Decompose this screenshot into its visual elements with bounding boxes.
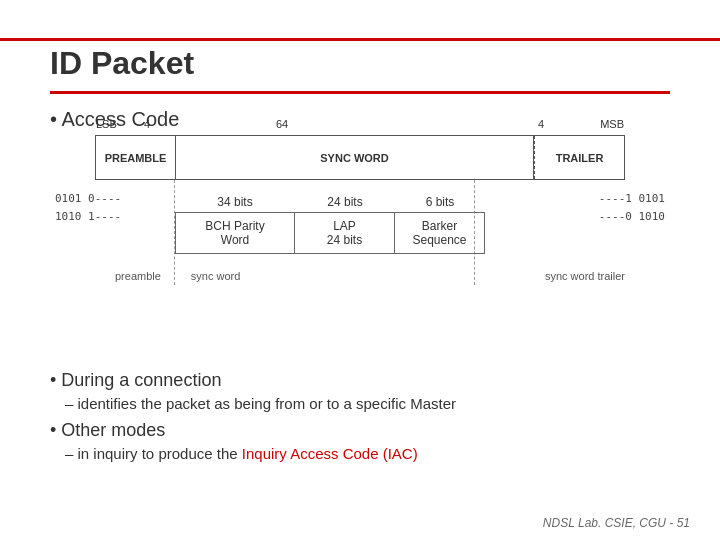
left-bit-patterns: 0101 0---- 1010 1----	[55, 190, 121, 226]
left-pattern-1: 0101 0----	[55, 190, 121, 208]
other-modes-desc: – in inquiry to produce the Inquiry Acce…	[65, 445, 418, 462]
trailer-segment: TRAILER	[534, 136, 624, 179]
inner-cells-row: BCH ParityWord LAP24 bits BarkerSequence	[175, 212, 485, 254]
right-pattern-2: ----0 1010	[599, 208, 665, 226]
packet-outer-box: LSB 4 64 4 MSB PREAMBLE SYNC WORD TRAILE…	[95, 135, 625, 180]
bits-24-label: 24 bits	[295, 195, 395, 209]
lsb-label: LSB	[96, 118, 117, 130]
left-pattern-2: 1010 1----	[55, 208, 121, 226]
top-decorative-line	[0, 38, 720, 41]
bits-34-label: 34 bits	[175, 195, 295, 209]
bits-6-label: 6 bits	[395, 195, 485, 209]
footer-text: NDSL Lab. CSIE, CGU - 51	[543, 516, 690, 530]
right-bit-patterns: ----1 0101 ----0 1010	[599, 190, 665, 226]
syncword-segment: SYNC WORD	[176, 136, 534, 179]
bottom-diagram-labels: preamble sync word	[115, 270, 240, 282]
access-code-diagram: LSB 4 64 4 MSB PREAMBLE SYNC WORD TRAILE…	[55, 135, 665, 355]
syncword-bottom-label: sync word	[191, 270, 241, 282]
iac-highlight: Inquiry Access Code (IAC)	[242, 445, 418, 462]
during-connection-bullet: • During a connection	[50, 370, 221, 391]
msb-label: MSB	[600, 118, 624, 130]
inner-detail-box: 34 bits 24 bits 6 bits BCH ParityWord LA…	[175, 195, 485, 254]
other-modes-bullet: • Other modes	[50, 420, 165, 441]
bits-64: 64	[276, 118, 288, 130]
preamble-segment: PREAMBLE	[96, 136, 176, 179]
bits-labels-row: 34 bits 24 bits 6 bits	[175, 195, 485, 209]
during-connection-desc: – identifies the packet as being from or…	[65, 395, 456, 412]
syncword-trailer-label: sync word trailer	[545, 270, 625, 282]
page-title: ID Packet	[50, 45, 194, 82]
bits-4-right: 4	[538, 118, 544, 130]
other-modes-desc-pre: – in inquiry to produce the	[65, 445, 242, 462]
lap-cell: LAP24 bits	[295, 212, 395, 254]
bch-parity-cell: BCH ParityWord	[175, 212, 295, 254]
right-pattern-1: ----1 0101	[599, 190, 665, 208]
preamble-bottom-label: preamble	[115, 270, 161, 282]
bits-4-left: 4	[144, 118, 150, 130]
barker-cell: BarkerSequence	[395, 212, 485, 254]
title-underline	[50, 91, 670, 94]
